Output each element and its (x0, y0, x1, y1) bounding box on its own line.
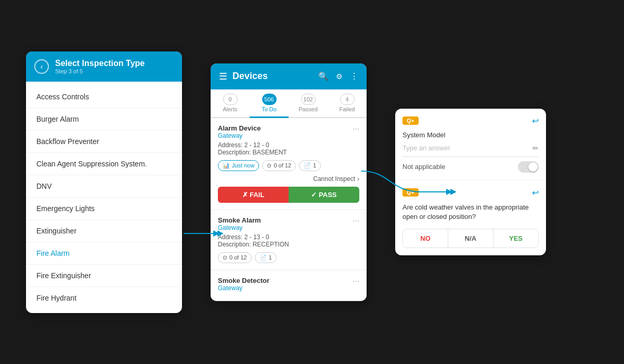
device-info-2: Smoke Alarm Gateway (218, 216, 261, 231)
device-desc-alarm: Description: BASEMENT (218, 149, 359, 156)
q1-label: System Model (402, 131, 539, 139)
device-card-smoke-alarm: Smoke Alarm Gateway ··· Address: 2 - 13 … (211, 210, 367, 269)
chip-docs-2: 📄 1 (255, 252, 277, 263)
device-address-2: Address: 2 - 13 - 0 (218, 233, 359, 241)
inspection-type-item[interactable]: Fire Alarm (26, 242, 182, 265)
tab-passed[interactable]: 102 Passed (289, 89, 328, 118)
tabs-row: 0 Alerts 506 To Do 102 Passed 4 Failed (211, 89, 367, 118)
question-card-1: Q+ ↩ System Model Type an answer ✏ Not a… (395, 109, 546, 180)
inspection-type-item[interactable]: Extinguisher (26, 220, 182, 242)
device-address-alarm: Address: 2 - 12 - 0 (218, 141, 359, 149)
chip-docs-label: 1 (313, 162, 316, 168)
panel-devices: ☰ Devices 🔍 ⚙ ⋮ 0 Alerts 506 To Do 102 P… (211, 63, 367, 301)
device-card-header: Alarm Device Gateway ··· (218, 124, 359, 139)
chip-count-label: 0 of 12 (274, 162, 291, 168)
inspection-type-list: Access ControlsBurger AlarmBackflow Prev… (26, 82, 182, 313)
chip-time-label: Just now (232, 162, 254, 168)
q2-badge: Q+ (402, 188, 419, 197)
device-more-3[interactable]: ··· (353, 277, 359, 286)
device-more-2[interactable]: ··· (353, 216, 359, 226)
inspection-type-item[interactable]: Emergency Lights (26, 198, 182, 220)
filter-icon[interactable]: ⚙ (336, 72, 343, 81)
q2-undo-button[interactable]: ↩ (532, 188, 539, 198)
failed-label: Failed (340, 106, 355, 112)
tab-failed[interactable]: 4 Failed (328, 89, 367, 118)
question-card-2: Q+ ↩ Are cold weather valves in the appr… (395, 180, 546, 255)
device-desc-2: Description: RECEPTION (218, 241, 359, 248)
panel2-header-right: 🔍 ⚙ ⋮ (318, 71, 358, 81)
cannot-inspect-btn[interactable]: Cannot Inspect › (218, 175, 359, 183)
inspection-type-item[interactable]: Burger Alarm (26, 108, 182, 131)
device-card-smoke-detector: Smoke Detector Gateway ··· (211, 270, 367, 300)
tab-alerts[interactable]: 0 Alerts (211, 89, 250, 118)
pass-button[interactable]: ✓ PASS (289, 187, 359, 203)
back-button[interactable]: ‹ (34, 59, 49, 74)
fail-button[interactable]: ✗ FAIL (218, 187, 289, 203)
panel-inspection-type: ‹ Select Inspection Type Step 3 of 5 Acc… (26, 51, 182, 313)
panel-questions: Q+ ↩ System Model Type an answer ✏ Not a… (395, 109, 546, 255)
q1-na-label: Not applicable (402, 163, 445, 171)
panel1-header: ‹ Select Inspection Type Step 3 of 5 (26, 51, 182, 82)
q1-toggle-dot (528, 162, 538, 172)
chip-docs: 📄 1 (299, 160, 321, 171)
device-more-alarm[interactable]: ··· (353, 124, 359, 134)
search-icon[interactable]: 🔍 (318, 71, 329, 81)
panel1-title-group: Select Inspection Type Step 3 of 5 (55, 59, 145, 74)
device-info: Alarm Device Gateway (218, 124, 261, 139)
q1-toggle[interactable] (518, 161, 539, 173)
device-tag-smoke-alarm[interactable]: Gateway (218, 224, 261, 231)
todo-label: To Do (262, 106, 277, 112)
q1-edit-icon[interactable]: ✏ (532, 144, 539, 152)
panel1-title: Select Inspection Type (55, 59, 145, 68)
q1-input-row[interactable]: Type an answer ✏ (402, 144, 539, 157)
q2-question: Are cold weather valves in the appropria… (402, 203, 539, 222)
panel2-header: ☰ Devices 🔍 ⚙ ⋮ (211, 63, 367, 89)
q2-na-button[interactable]: N/A (448, 229, 493, 248)
passed-label: Passed (298, 106, 318, 112)
panel2-title: Devices (232, 71, 268, 82)
chip-time: 📊 Just now (218, 160, 259, 171)
q1-input-placeholder: Type an answer (402, 144, 450, 152)
device-tag-alarm[interactable]: Gateway (218, 132, 261, 139)
q1-undo-button[interactable]: ↩ (532, 116, 539, 126)
q1-header: Q+ ↩ (402, 116, 539, 126)
device-name-smoke-detector: Smoke Detector (218, 277, 269, 284)
todo-badge: 506 (262, 94, 277, 105)
alerts-label: Alerts (223, 106, 237, 112)
inspection-type-item[interactable]: Backflow Preventer (26, 131, 182, 153)
device-tag-smoke-detector[interactable]: Gateway (218, 284, 269, 292)
q1-na-row: Not applicable (402, 157, 539, 173)
q1-badge: Q+ (402, 116, 419, 125)
passed-badge: 102 (301, 94, 316, 105)
fail-pass-row: ✗ FAIL ✓ PASS (218, 187, 359, 203)
more-icon[interactable]: ⋮ (350, 71, 358, 81)
chip-count-2-label: 0 of 12 (229, 254, 247, 261)
device-list: Alarm Device Gateway ··· Address: 2 - 12… (211, 118, 367, 301)
inspection-type-item[interactable]: DNV (26, 175, 182, 198)
chip-docs-2-label: 1 (269, 254, 272, 261)
panel1-subtitle: Step 3 of 5 (55, 68, 145, 74)
inspection-type-item[interactable]: Clean Agent Suppression System. (26, 153, 182, 175)
tab-todo[interactable]: 506 To Do (250, 89, 289, 118)
device-card-header-2: Smoke Alarm Gateway ··· (218, 216, 359, 231)
panel2-header-left: ☰ Devices (219, 71, 268, 82)
device-name-alarm: Alarm Device (218, 124, 261, 132)
chip-count: ⊙ 0 of 12 (262, 160, 296, 171)
device-name-smoke-alarm: Smoke Alarm (218, 216, 261, 224)
failed-badge: 4 (340, 94, 355, 105)
device-info-3: Smoke Detector Gateway (218, 277, 269, 292)
cannot-inspect-label: Cannot Inspect (313, 175, 355, 183)
q2-no-button[interactable]: NO (403, 229, 448, 248)
device-card-alarm: Alarm Device Gateway ··· Address: 2 - 12… (211, 118, 367, 209)
inspection-type-item[interactable]: Fire Hydrant (26, 287, 182, 309)
inspection-type-item[interactable]: Fire Extinguisher (26, 265, 182, 287)
hamburger-icon[interactable]: ☰ (219, 71, 227, 82)
device-chips-2: ⊙ 0 of 12 📄 1 (218, 252, 359, 263)
chip-count-2: ⊙ 0 of 12 (218, 252, 252, 263)
q2-button-row: NO N/A YES (402, 229, 539, 248)
inspection-type-item[interactable]: Access Controls (26, 86, 182, 108)
alerts-badge: 0 (223, 94, 238, 105)
q2-header: Q+ ↩ (402, 188, 539, 198)
device-card-header-3: Smoke Detector Gateway ··· (218, 277, 359, 292)
q2-yes-button[interactable]: YES (493, 229, 538, 248)
